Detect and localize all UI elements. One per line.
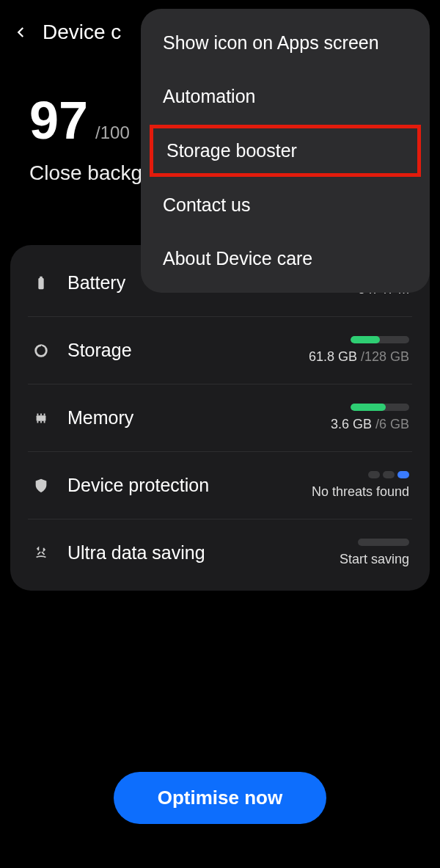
protection-dots	[368, 471, 409, 478]
storage-bar	[351, 336, 409, 343]
stats-card: Battery 8 h 47 m Storage 61.8 GB /128 GB…	[10, 245, 430, 591]
memory-bar	[351, 404, 409, 411]
battery-icon	[31, 273, 51, 293]
storage-value: 61.8 GB /128 GB	[309, 349, 409, 365]
menu-show-icon[interactable]: Show icon on Apps screen	[141, 16, 430, 70]
menu-storage-booster[interactable]: Storage booster	[150, 125, 421, 177]
protection-label: Device protection	[67, 475, 283, 496]
ultra-bar	[358, 539, 409, 546]
overflow-menu: Show icon on Apps screen Automation Stor…	[141, 9, 430, 293]
menu-contact-us[interactable]: Contact us	[141, 178, 430, 232]
svg-rect-1	[40, 277, 43, 279]
score-value: 97	[29, 94, 88, 147]
back-icon[interactable]	[15, 26, 28, 39]
memory-value: 3.6 GB /6 GB	[331, 417, 409, 432]
menu-about[interactable]: About Device care	[141, 232, 430, 285]
protection-value: No threats found	[312, 484, 409, 500]
svg-rect-8	[40, 421, 42, 423]
svg-rect-7	[37, 421, 39, 423]
memory-label: Memory	[67, 407, 283, 428]
menu-automation[interactable]: Automation	[141, 70, 430, 123]
storage-label: Storage	[67, 340, 283, 361]
ultra-label: Ultra data saving	[67, 542, 283, 564]
page-title: Device c	[43, 21, 121, 44]
shield-icon	[31, 475, 51, 496]
ultra-value: Start saving	[340, 552, 409, 567]
svg-rect-9	[44, 421, 45, 423]
ultra-row[interactable]: Ultra data saving Start saving	[28, 519, 412, 586]
svg-rect-6	[44, 413, 45, 415]
svg-rect-0	[38, 278, 43, 290]
score-max: /100	[95, 123, 130, 143]
memory-row[interactable]: Memory 3.6 GB /6 GB	[28, 384, 412, 452]
data-saving-icon	[31, 543, 51, 564]
protection-row[interactable]: Device protection No threats found	[28, 452, 412, 519]
storage-icon	[31, 340, 51, 361]
svg-rect-5	[40, 413, 42, 415]
svg-rect-3	[37, 415, 46, 420]
svg-rect-4	[37, 413, 39, 415]
memory-icon	[31, 408, 51, 428]
optimise-button[interactable]: Optimise now	[114, 772, 326, 824]
storage-row[interactable]: Storage 61.8 GB /128 GB	[28, 317, 412, 384]
